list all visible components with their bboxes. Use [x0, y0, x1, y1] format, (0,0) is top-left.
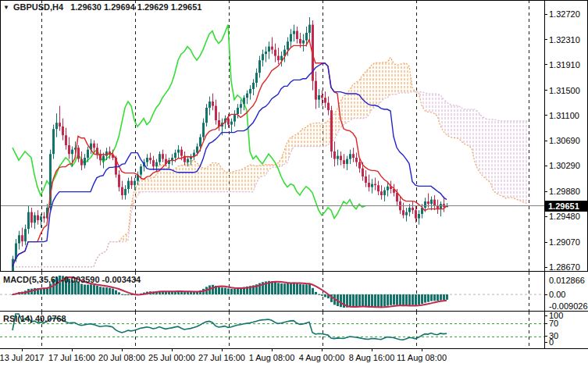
candle-bear — [324, 98, 326, 102]
candle-bull — [308, 25, 311, 33]
symbol-dropdown-icon[interactable]: ▼ — [3, 4, 9, 11]
macd-bar — [421, 294, 423, 304]
macd-bar — [374, 294, 376, 307]
macd-bar — [408, 294, 411, 305]
candle-bull — [337, 156, 339, 159]
time-tick-mark — [422, 349, 422, 351]
rsi-tick-mark — [544, 323, 547, 324]
time-axis-label: 17 Jul 16:00 — [48, 353, 95, 362]
candle-bear — [130, 181, 133, 186]
macd-bar — [49, 283, 52, 294]
rsi-indicator-label: RSI(14) 40.0768 — [3, 314, 66, 323]
macd-bar — [355, 294, 358, 306]
rsi-axis-label: 70 — [549, 319, 558, 328]
candle-bull — [346, 159, 348, 164]
candle-bull — [205, 108, 208, 123]
candle-bull — [124, 189, 127, 195]
candle-bull — [40, 216, 42, 220]
main-chart-canvas[interactable] — [0, 0, 588, 272]
candle-bull — [255, 73, 258, 83]
macd-bar — [280, 283, 283, 294]
candle-bull — [249, 89, 251, 94]
candle-bear — [355, 158, 358, 162]
price-tick-mark — [544, 191, 547, 192]
candle-bull — [71, 150, 73, 155]
macd-bar — [187, 292, 189, 294]
macd-bar — [318, 294, 320, 295]
macd-bar — [324, 294, 326, 297]
rsi-panel-canvas[interactable] — [0, 312, 588, 349]
ohlc-close: 1.29651 — [171, 2, 202, 12]
price-tick-label: 1.32310 — [549, 35, 580, 45]
candle-bear — [330, 110, 333, 151]
candle-bull — [418, 214, 420, 219]
candle-bear — [299, 39, 301, 44]
macd-bar — [105, 287, 108, 294]
candle-bear — [37, 216, 39, 220]
candle-bull — [262, 54, 264, 60]
current-price-badge: 1.29651 — [545, 201, 588, 212]
macd-bar — [115, 290, 117, 294]
time-axis-label: 20 Jul 08:00 — [98, 353, 145, 362]
candle-bear — [152, 160, 155, 166]
candle-bull — [230, 122, 233, 125]
price-tick-label: 1.30690 — [549, 136, 580, 145]
macd-bar — [93, 285, 95, 294]
macd-bar — [233, 289, 236, 295]
macd-bar — [99, 287, 102, 294]
price-tick-label: 1.28670 — [549, 262, 580, 272]
price-tick-mark — [544, 242, 547, 243]
candle-bear — [30, 212, 33, 223]
time-tick-mark — [372, 349, 372, 351]
senkou-span-a-line — [12, 57, 528, 266]
macd-bar — [377, 294, 380, 307]
time-tick-mark — [322, 349, 323, 351]
candle-bear — [433, 200, 436, 206]
candle-bear — [321, 95, 323, 98]
candle-bear — [333, 151, 336, 159]
rsi-line — [12, 314, 447, 340]
price-tick-mark — [544, 90, 547, 91]
macd-bar — [393, 294, 395, 305]
candle-bear — [380, 191, 383, 195]
macd-bar — [308, 284, 311, 294]
rsi-tick-mark — [544, 342, 547, 343]
candle-bull — [424, 201, 426, 208]
macd-bar — [312, 288, 314, 294]
macd-bar — [290, 283, 292, 294]
price-tick-mark — [544, 64, 547, 65]
macd-bar — [274, 282, 276, 294]
candle-bear — [149, 158, 151, 160]
macd-indicator-label: MACD(5,35,6) -0.003590 -0.003434 — [3, 275, 141, 284]
macd-bar — [362, 294, 364, 307]
candle-bull — [24, 229, 27, 241]
price-tick-mark — [544, 39, 547, 40]
candle-bear — [212, 102, 214, 106]
time-axis-label: 11 Aug 08:00 — [397, 353, 447, 362]
candle-bear — [215, 106, 217, 120]
candle-bear — [59, 123, 61, 126]
macd-bar — [349, 294, 351, 307]
macd-bar — [302, 284, 305, 294]
macd-bar — [190, 292, 192, 294]
rsi-value: 40.0768 — [35, 314, 66, 323]
candle-bull — [290, 34, 292, 42]
candle-bear — [427, 201, 429, 204]
time-tick-mark — [72, 349, 73, 351]
candle-bull — [87, 150, 89, 158]
candle-bull — [52, 129, 55, 154]
macd-bar — [230, 289, 233, 294]
time-tick-mark — [22, 349, 23, 351]
time-tick-mark — [122, 349, 123, 351]
time-tick-mark — [222, 349, 223, 351]
rsi-tick-mark — [544, 315, 547, 316]
macd-bar — [127, 294, 130, 295]
candle-bull — [102, 156, 105, 161]
macd-bar — [102, 287, 105, 294]
price-tick-mark — [544, 14, 547, 15]
candle-bear — [68, 145, 70, 154]
candle-bear — [296, 31, 298, 39]
macd-bar — [399, 294, 401, 305]
candle-bull — [430, 200, 433, 205]
macd-bar — [224, 288, 226, 295]
